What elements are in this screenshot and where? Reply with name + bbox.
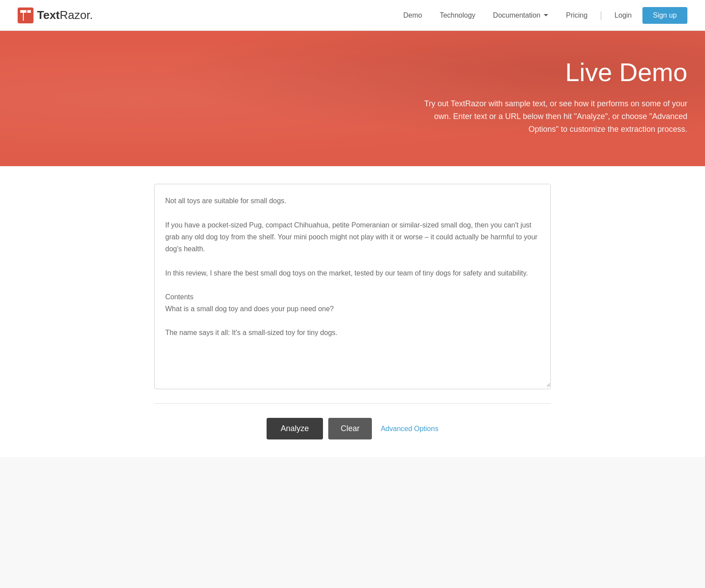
svg-rect-0 [18, 7, 33, 23]
divider [154, 403, 551, 404]
documentation-chevron-icon [544, 14, 548, 16]
logo-text: TextRazor. [37, 8, 93, 22]
svg-rect-2 [27, 10, 31, 13]
main-nav: Demo Technology Documentation Pricing | … [396, 7, 687, 24]
hero-title: Live Demo [18, 57, 687, 87]
analyze-button[interactable]: Analyze [267, 418, 323, 439]
nav-documentation[interactable]: Documentation [486, 8, 556, 23]
clear-button[interactable]: Clear [328, 418, 372, 439]
nav-demo[interactable]: Demo [396, 8, 429, 23]
hero-section: Live Demo Try out TextRazor with sample … [0, 31, 705, 166]
main-header: TextRazor. Demo Technology Documentation… [0, 0, 705, 31]
nav-login[interactable]: Login [608, 8, 639, 23]
nav-separator: | [600, 10, 602, 20]
main-content: Analyze Clear Advanced Options [0, 166, 705, 457]
textrazor-logo-icon [18, 7, 33, 23]
nav-technology[interactable]: Technology [433, 8, 482, 23]
actions-bar: Analyze Clear Advanced Options [154, 418, 551, 439]
nav-pricing[interactable]: Pricing [559, 8, 594, 23]
textarea-wrapper [154, 184, 551, 389]
advanced-options-link[interactable]: Advanced Options [381, 425, 438, 433]
signup-button[interactable]: Sign up [642, 7, 687, 24]
logo[interactable]: TextRazor. [18, 7, 93, 23]
demo-textarea[interactable] [155, 184, 550, 387]
hero-description: Try out TextRazor with sample text, or s… [414, 97, 687, 135]
demo-container: Analyze Clear Advanced Options [154, 184, 551, 439]
